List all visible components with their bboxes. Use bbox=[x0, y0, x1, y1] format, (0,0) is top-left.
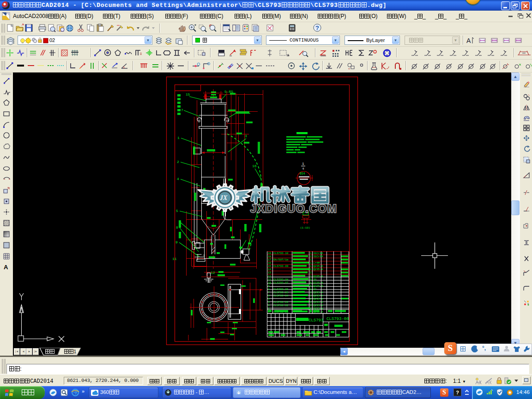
svg-text:31Cr94: 31Cr94 bbox=[313, 255, 323, 258]
svg-text:CLS793-02: CLS793-02 bbox=[273, 304, 289, 307]
svg-text:A: A bbox=[4, 264, 8, 271]
svg-text:1: 1 bbox=[310, 291, 312, 294]
svg-text:7: 7 bbox=[268, 291, 270, 294]
svg-text:JX: JX bbox=[219, 194, 228, 201]
svg-text:Q235-A: Q235-A bbox=[313, 281, 323, 284]
svg-text:18: 18 bbox=[268, 255, 272, 258]
svg-text:15: 15 bbox=[268, 265, 272, 268]
svg-text:20: 20 bbox=[313, 288, 317, 291]
svg-text:2: 2 bbox=[177, 160, 179, 164]
svg-text:A: A bbox=[466, 37, 471, 44]
svg-text:6: 6 bbox=[302, 167, 304, 170]
svg-text:3: 3 bbox=[310, 304, 312, 307]
svg-text:17: 17 bbox=[268, 258, 272, 261]
svg-text:4: 4 bbox=[268, 301, 270, 304]
svg-text:Q235-A: Q235-A bbox=[313, 294, 323, 297]
svg-text:Ø24: Ø24 bbox=[300, 172, 305, 175]
svg-text:1: 1 bbox=[310, 275, 312, 278]
svg-text:9: 9 bbox=[175, 240, 178, 244]
svg-text:3: 3 bbox=[268, 304, 270, 307]
svg-text:20: 20 bbox=[313, 278, 317, 281]
svg-text:7: 7 bbox=[181, 108, 183, 112]
svg-text:5: 5 bbox=[176, 209, 178, 213]
svg-text:L=4M: L=4M bbox=[313, 261, 320, 265]
svg-text:Q235-A: Q235-A bbox=[313, 301, 323, 304]
svg-text:8: 8 bbox=[176, 225, 178, 230]
svg-text:Q235-A: Q235-A bbox=[313, 304, 323, 307]
svg-text:CLS793-08: CLS793-08 bbox=[273, 278, 289, 281]
svg-text:9: 9 bbox=[268, 284, 270, 288]
svg-text:11: 11 bbox=[172, 257, 177, 261]
svg-text:16: 16 bbox=[268, 261, 272, 265]
svg-text:Q235-A: Q235-A bbox=[313, 268, 323, 271]
svg-text:Q235-A: Q235-A bbox=[313, 297, 323, 301]
svg-text:2: 2 bbox=[268, 307, 270, 310]
svg-text:1: 1 bbox=[177, 136, 180, 140]
svg-text:6: 6 bbox=[310, 278, 312, 281]
svg-text:1: 1 bbox=[310, 301, 312, 304]
svg-text:10: 10 bbox=[268, 281, 272, 284]
svg-text:4: 4 bbox=[177, 177, 179, 181]
svg-text:CLS793: CLS793 bbox=[308, 318, 323, 323]
svg-text:14: 14 bbox=[268, 268, 272, 271]
svg-text:1: 1 bbox=[302, 162, 304, 166]
svg-text:Q235-A: Q235-A bbox=[313, 265, 323, 268]
svg-text:CLS793-07: CLS793-07 bbox=[273, 281, 289, 284]
svg-text:2: 2 bbox=[310, 297, 312, 301]
svg-text:1: 1 bbox=[310, 288, 312, 291]
svg-text:Q235-A: Q235-A bbox=[313, 284, 323, 288]
svg-text:31Cr94: 31Cr94 bbox=[313, 252, 323, 255]
svg-text:1: 1 bbox=[310, 261, 312, 265]
svg-text:3: 3 bbox=[245, 134, 247, 138]
svg-text:12: 12 bbox=[268, 275, 272, 278]
svg-text:12: 12 bbox=[211, 271, 215, 275]
svg-text:1: 1 bbox=[310, 294, 312, 297]
svg-text:3: 3 bbox=[310, 307, 312, 310]
svg-text:CLS793-04: CLS793-04 bbox=[273, 294, 289, 297]
svg-text:2: 2 bbox=[310, 271, 312, 274]
svg-text:13: 13 bbox=[268, 271, 272, 274]
svg-text:8: 8 bbox=[268, 288, 270, 291]
svg-text:Q235-A: Q235-A bbox=[313, 291, 323, 294]
svg-text:2: 2 bbox=[310, 255, 312, 258]
svg-text:1: 1 bbox=[310, 265, 312, 268]
svg-text:CLS793-06: CLS793-06 bbox=[273, 288, 289, 291]
svg-text:1: 1 bbox=[310, 252, 312, 255]
svg-text:6: 6 bbox=[268, 294, 270, 297]
svg-text:CLS793-03: CLS793-03 bbox=[273, 301, 289, 304]
svg-text:5: 5 bbox=[268, 297, 270, 301]
svg-text:11: 11 bbox=[268, 278, 272, 281]
svg-text:1: 1 bbox=[310, 268, 312, 271]
svg-text:6: 6 bbox=[310, 284, 312, 288]
svg-text:15: 15 bbox=[186, 92, 190, 97]
svg-text:CLS793-05: CLS793-05 bbox=[273, 291, 289, 294]
svg-text:19: 19 bbox=[268, 252, 272, 255]
svg-text:JXDIGUO.COM: JXDIGUO.COM bbox=[250, 202, 337, 215]
svg-text:Q235-A: Q235-A bbox=[313, 307, 323, 310]
svg-text:6: 6 bbox=[310, 281, 312, 284]
svg-text:CLS793-09: CLS793-09 bbox=[273, 265, 289, 268]
svg-text:CLS793-00: CLS793-00 bbox=[326, 317, 349, 321]
svg-text:1: 1 bbox=[310, 258, 312, 261]
svg-text:CLS793-10: CLS793-10 bbox=[273, 252, 289, 255]
svg-text:(1:10): (1:10) bbox=[300, 226, 310, 230]
svg-text:16: 16 bbox=[252, 164, 257, 168]
svg-text:GA/50T/1m: GA/50T/1m bbox=[273, 258, 289, 261]
svg-text:Q235-A: Q235-A bbox=[313, 275, 323, 278]
svg-text:?: ? bbox=[315, 24, 319, 31]
